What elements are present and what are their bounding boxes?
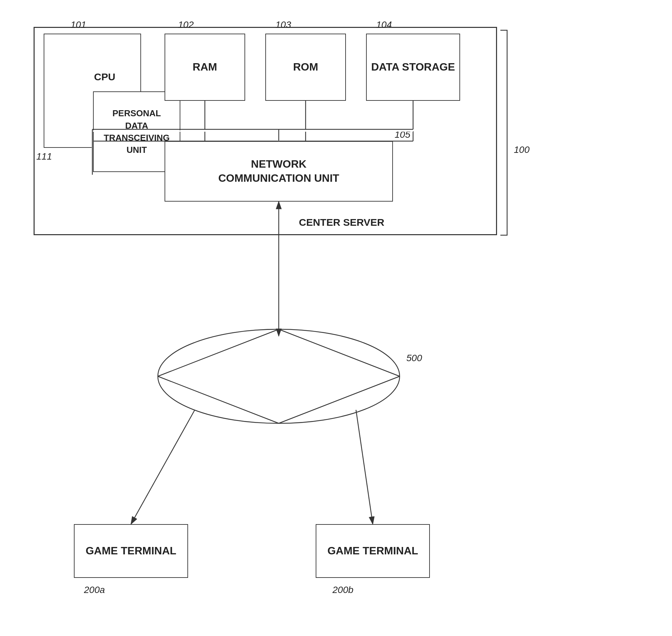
network-comm-label: NETWORKCOMMUNICATION UNIT xyxy=(218,157,339,185)
game-terminal-left: GAME TERMINAL xyxy=(74,524,188,578)
data-storage-label: DATA STORAGE xyxy=(371,60,455,74)
game-terminal-right: GAME TERMINAL xyxy=(316,524,430,578)
ref-100: 100 xyxy=(514,144,530,155)
data-storage-box: DATA STORAGE xyxy=(366,34,460,101)
ref-102: 102 xyxy=(178,19,194,30)
ref-105: 105 xyxy=(394,130,410,140)
ram-box: RAM xyxy=(165,34,245,101)
game-terminal-right-label: GAME TERMINAL xyxy=(327,544,418,558)
svg-line-22 xyxy=(158,329,279,376)
svg-line-25 xyxy=(279,376,400,423)
cpu-box: CPU PERSONALDATATRANSCEIVINGUNIT xyxy=(44,34,141,148)
diagram-container: CPU PERSONALDATATRANSCEIVINGUNIT RAM ROM… xyxy=(0,0,672,636)
ref-101: 101 xyxy=(70,19,86,30)
game-terminal-left-label: GAME TERMINAL xyxy=(86,544,176,558)
ref-111: 111 xyxy=(36,151,52,162)
svg-line-23 xyxy=(279,329,400,376)
ref-200b: 200b xyxy=(332,584,353,595)
svg-line-27 xyxy=(356,410,373,524)
rom-box: ROM xyxy=(265,34,346,101)
ram-label: RAM xyxy=(193,60,217,74)
svg-point-21 xyxy=(158,329,400,423)
network-comm-box: NETWORKCOMMUNICATION UNIT xyxy=(165,141,393,202)
cpu-label: CPU xyxy=(94,71,115,83)
ref-200a: 200a xyxy=(84,584,105,595)
ref-103: 103 xyxy=(276,19,291,30)
svg-line-24 xyxy=(158,376,279,423)
rom-label: ROM xyxy=(293,60,318,74)
ref-104: 104 xyxy=(376,19,392,30)
svg-line-26 xyxy=(131,410,195,524)
ref-500: 500 xyxy=(406,353,422,363)
personal-data-label: PERSONALDATATRANSCEIVINGUNIT xyxy=(104,107,169,156)
center-server-label: CENTER SERVER xyxy=(299,217,385,228)
